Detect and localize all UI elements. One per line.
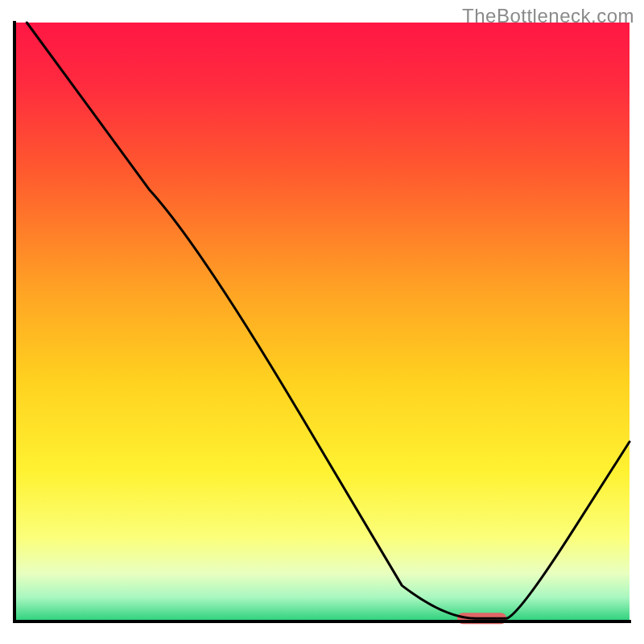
gradient-background [14, 23, 630, 621]
chart-canvas [0, 0, 644, 644]
watermark-text: TheBottleneck.com [462, 5, 634, 27]
bottleneck-chart: TheBottleneck.com [0, 0, 644, 644]
